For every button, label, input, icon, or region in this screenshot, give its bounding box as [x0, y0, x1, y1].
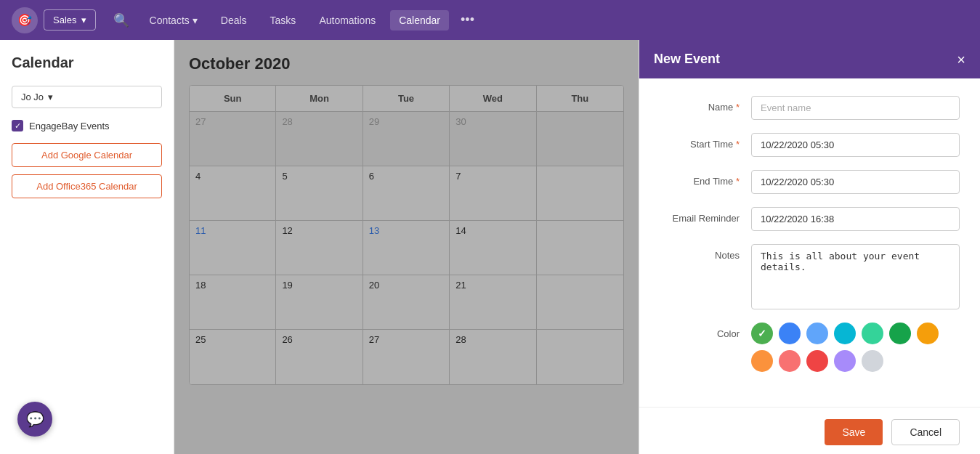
user-name: Jo Jo: [21, 92, 44, 102]
color-option[interactable]: [751, 323, 773, 344]
start-time-input[interactable]: [751, 133, 960, 157]
nav-tasks[interactable]: Tasks: [262, 10, 305, 31]
end-time-field-row: End Time *: [660, 170, 960, 194]
color-option[interactable]: [862, 350, 883, 372]
nav-automations[interactable]: Automations: [310, 10, 384, 31]
close-button[interactable]: ×: [957, 52, 965, 67]
sidebar-title: Calendar: [12, 54, 162, 71]
contacts-arrow-icon: ▾: [193, 15, 198, 26]
main-layout: Calendar Jo Jo ▾ ✓ EngageBay Events Add …: [0, 40, 980, 454]
name-required-indicator: *: [736, 102, 740, 113]
start-required-indicator: *: [736, 139, 740, 150]
save-button[interactable]: Save: [825, 419, 883, 445]
cancel-button[interactable]: Cancel: [891, 419, 960, 445]
color-picker-row: Color: [660, 323, 960, 372]
engagebay-events-checkbox-row: ✓ EngageBay Events: [12, 120, 162, 131]
color-option[interactable]: [806, 323, 828, 344]
dropdown-arrow-icon: ▾: [81, 15, 86, 25]
notes-textarea[interactable]: This is all about your event details.: [751, 244, 960, 309]
notes-field-row: Notes This is all about your event detai…: [660, 244, 960, 309]
nav-contacts[interactable]: Contacts ▾: [141, 10, 206, 31]
color-option[interactable]: [917, 323, 939, 344]
sidebar: Calendar Jo Jo ▾ ✓ EngageBay Events Add …: [0, 40, 174, 454]
event-name-input[interactable]: [751, 96, 960, 120]
color-option[interactable]: [751, 350, 773, 372]
chat-icon: 💬: [26, 410, 44, 428]
add-office365-calendar-button[interactable]: Add Office365 Calendar: [12, 174, 162, 198]
name-field-row: Name *: [660, 96, 960, 120]
top-navigation: 🎯 Sales ▾ 🔍 Contacts ▾ Deals Tasks Autom…: [0, 0, 980, 40]
more-options-icon[interactable]: •••: [455, 9, 480, 31]
search-icon[interactable]: 🔍: [108, 9, 135, 31]
modal-overlay: [174, 40, 639, 454]
color-options: [751, 323, 960, 372]
color-label: Color: [660, 323, 740, 339]
color-option[interactable]: [779, 350, 801, 372]
email-reminder-input[interactable]: [751, 207, 960, 231]
sales-dropdown[interactable]: Sales ▾: [44, 9, 96, 31]
user-arrow-icon: ▾: [48, 92, 53, 102]
color-option[interactable]: [834, 350, 856, 372]
start-time-field-row: Start Time *: [660, 133, 960, 157]
nav-calendar[interactable]: Calendar: [390, 10, 449, 31]
event-panel-footer: Save Cancel: [639, 407, 980, 454]
nav-deals[interactable]: Deals: [212, 10, 256, 31]
engagebay-events-label: EngageBay Events: [29, 121, 110, 131]
color-option[interactable]: [806, 350, 828, 372]
email-reminder-field-row: Email Reminder: [660, 207, 960, 231]
color-option[interactable]: [889, 323, 911, 344]
event-panel-header: New Event ×: [639, 40, 980, 78]
add-google-calendar-button[interactable]: Add Google Calendar: [12, 143, 162, 167]
start-time-label: Start Time *: [660, 133, 740, 150]
calendar-area: October 2020 Sun Mon Tue Wed Thu 2728293…: [174, 40, 639, 454]
event-panel-title: New Event: [654, 52, 720, 67]
end-time-label: End Time *: [660, 170, 740, 187]
email-reminder-label: Email Reminder: [660, 207, 740, 224]
color-option[interactable]: [862, 323, 883, 344]
chat-button[interactable]: 💬: [17, 402, 52, 437]
logo-icon[interactable]: 🎯: [12, 7, 38, 33]
color-option[interactable]: [779, 323, 801, 344]
end-time-input[interactable]: [751, 170, 960, 194]
sales-label: Sales: [53, 15, 77, 25]
event-panel-body: Name * Start Time * End Time *: [639, 78, 980, 407]
color-option[interactable]: [834, 323, 856, 344]
user-selector-dropdown[interactable]: Jo Jo ▾: [12, 86, 162, 108]
name-label: Name *: [660, 96, 740, 113]
new-event-panel: New Event × Name * Start Time *: [639, 40, 980, 454]
engagebay-events-checkbox[interactable]: ✓: [12, 120, 23, 131]
end-required-indicator: *: [736, 176, 740, 187]
notes-label: Notes: [660, 244, 740, 261]
